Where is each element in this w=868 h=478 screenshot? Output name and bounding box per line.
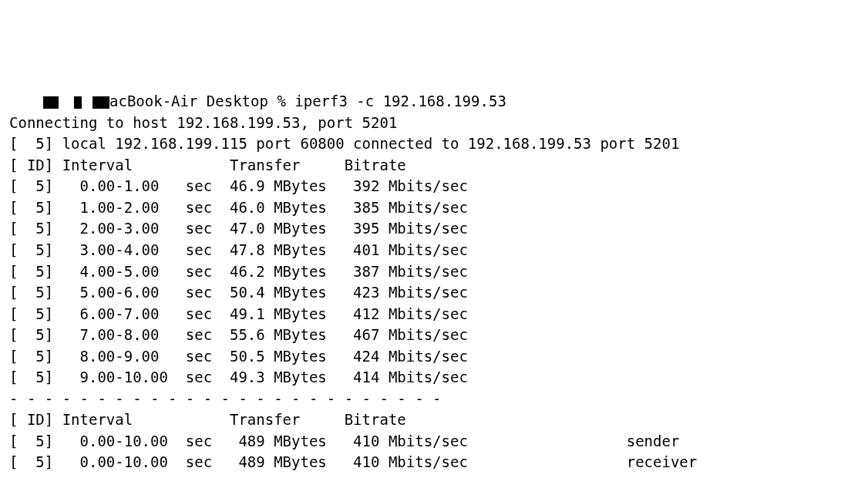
cwd: Desktop xyxy=(207,93,268,109)
table-row: [ 5] 2.00-3.00 sec 47.0 MBytes 395 Mbits… xyxy=(9,218,859,240)
command-text: iperf3 -c 192.168.199.53 xyxy=(294,93,506,109)
redacted-block xyxy=(93,96,109,109)
table-row: [ 5] 1.00-2.00 sec 46.0 MBytes 385 Mbits… xyxy=(9,197,859,219)
table-row: [ 5] 6.00-7.00 sec 49.1 MBytes 412 Mbits… xyxy=(9,304,859,325)
table-row: [ 5] 5.00-6.00 sec 50.4 MBytes 423 Mbits… xyxy=(9,282,859,304)
prompt-line-1: acBook-Air Desktop % iperf3 -c 192.168.1… xyxy=(9,91,859,113)
redacted-block xyxy=(43,96,59,109)
table-row: [ 5] 9.00-10.00 sec 49.3 MBytes 414 Mbit… xyxy=(9,367,859,389)
table-header: [ ID] Interval Transfer Bitrate xyxy=(9,155,859,177)
divider-line: - - - - - - - - - - - - - - - - - - - - … xyxy=(9,389,859,410)
summary-row: [ 5] 0.00-10.00 sec 489 MBytes 410 Mbits… xyxy=(9,452,859,473)
table-header-summary: [ ID] Interval Transfer Bitrate xyxy=(9,409,859,431)
table-row: [ 5] 0.00-1.00 sec 46.9 MBytes 392 Mbits… xyxy=(9,176,859,197)
local-line: [ 5] local 192.168.199.115 port 60800 co… xyxy=(9,133,859,155)
hostname-partial: acBook-Air xyxy=(109,93,197,109)
connecting-line: Connecting to host 192.168.199.53, port … xyxy=(9,113,859,134)
summary-row: [ 5] 0.00-10.00 sec 489 MBytes 410 Mbits… xyxy=(9,431,859,453)
redacted-block xyxy=(74,96,82,109)
prompt-percent: % xyxy=(277,93,285,109)
table-row: [ 5] 8.00-9.00 sec 50.5 MBytes 424 Mbits… xyxy=(9,346,859,368)
table-row: [ 5] 3.00-4.00 sec 47.8 MBytes 401 Mbits… xyxy=(9,240,859,261)
table-row: [ 5] 7.00-8.00 sec 55.6 MBytes 467 Mbits… xyxy=(9,325,859,346)
blank-line xyxy=(9,473,859,478)
table-row: [ 5] 4.00-5.00 sec 46.2 MBytes 387 Mbits… xyxy=(9,261,859,283)
terminal-output[interactable]: acBook-Air Desktop % iperf3 -c 192.168.1… xyxy=(9,91,859,478)
